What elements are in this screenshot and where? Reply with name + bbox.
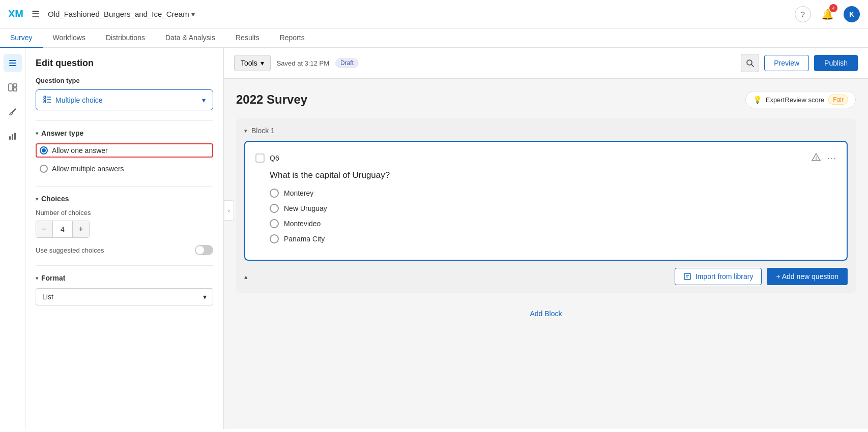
svg-rect-8 <box>14 133 16 140</box>
more-options-icon[interactable]: ··· <box>827 153 836 164</box>
answer-type-chevron: ▾ <box>36 131 38 136</box>
question-type-dropdown[interactable]: Multiple choice ▾ <box>36 89 213 110</box>
svg-point-18 <box>816 160 816 160</box>
tab-survey[interactable]: Survey <box>0 28 43 48</box>
svg-rect-2 <box>9 65 16 66</box>
expand-panel-button[interactable]: › <box>224 200 234 221</box>
format-section-header[interactable]: ▾ Format <box>36 274 213 282</box>
allow-one-radio <box>40 146 48 155</box>
choice-label-0: Monterey <box>284 189 313 197</box>
top-bar-right: ? 🔔 4 K <box>795 6 860 22</box>
format-label: Format <box>41 274 65 282</box>
notifications-button[interactable]: 🔔 4 <box>819 6 835 22</box>
tab-reports[interactable]: Reports <box>270 28 315 48</box>
expert-review-label: ExpertReview score <box>766 96 825 104</box>
tab-distributions[interactable]: Distributions <box>96 28 155 48</box>
question-checkbox[interactable] <box>255 153 265 163</box>
block-title: Block 1 <box>251 127 275 135</box>
choice-3: Panama City <box>270 234 836 243</box>
choice-radio-0[interactable] <box>270 189 279 198</box>
sidebar-icon-chart[interactable] <box>4 127 22 145</box>
choices-section: ▾ Choices Number of choices − 4 + Use su… <box>36 186 213 255</box>
top-bar: XM ☰ Old_Fashioned_Burgers_and_Ice_Cream… <box>0 0 868 28</box>
choice-label-2: Montevideo <box>284 220 321 228</box>
choices-section-header[interactable]: ▾ Choices <box>36 195 213 203</box>
sidebar-icon-layout[interactable] <box>4 78 22 97</box>
icon-sidebar <box>0 48 25 429</box>
num-choices-control: − 4 + <box>36 221 90 238</box>
panel-title: Edit question <box>36 58 213 69</box>
tools-chevron: ▾ <box>261 59 264 67</box>
preview-button[interactable]: Preview <box>764 55 809 71</box>
project-name: Old_Fashioned_Burgers_and_Ice_Cream <box>48 10 189 18</box>
svg-point-11 <box>44 99 46 101</box>
add-block-link[interactable]: Add Block <box>530 310 562 318</box>
sidebar-icon-list[interactable] <box>4 54 22 72</box>
suggested-choices-toggle[interactable] <box>195 245 213 255</box>
lightbulb-icon: 💡 <box>753 96 762 104</box>
num-choices-label: Number of choices <box>36 209 213 217</box>
hamburger-menu[interactable]: ☰ <box>32 9 40 20</box>
format-value: List <box>42 293 53 301</box>
choices-count: 4 <box>52 221 73 237</box>
choice-1: New Uruguay <box>270 204 836 213</box>
add-question-label: + Add new question <box>776 272 838 281</box>
tab-results[interactable]: Results <box>225 28 270 48</box>
allow-one-label: Allow one answer <box>52 146 108 155</box>
svg-rect-7 <box>12 134 13 140</box>
choice-radio-2[interactable] <box>270 219 279 228</box>
choice-radio-1[interactable] <box>270 204 279 213</box>
suggested-choices-label: Use suggested choices <box>36 246 104 254</box>
answer-type-section-header[interactable]: ▾ Answer type <box>36 129 213 137</box>
question-text: What is the capital of Uruguay? <box>270 170 836 180</box>
decrease-choices-button[interactable]: − <box>36 221 52 237</box>
saved-text: Saved at 3:12 PM <box>277 59 329 67</box>
draft-badge: Draft <box>335 58 359 68</box>
svg-rect-3 <box>9 84 12 91</box>
allow-multiple-answers-option[interactable]: Allow multiple answers <box>36 162 213 176</box>
question-card: Q6 ··· What is th <box>244 141 848 261</box>
import-library-label: Import from library <box>696 272 754 281</box>
expert-review[interactable]: 💡 ExpertReview score Fair <box>745 91 856 108</box>
block-chevron-icon[interactable]: ▾ <box>244 128 247 134</box>
search-button[interactable] <box>741 54 759 72</box>
publish-button[interactable]: Publish <box>814 55 858 71</box>
choice-label-1: New Uruguay <box>284 204 327 212</box>
main-layout: Edit question Question type Multiple cho… <box>0 48 868 429</box>
tools-button[interactable]: Tools ▾ <box>234 55 271 71</box>
left-panel: Edit question Question type Multiple cho… <box>25 48 224 429</box>
footer-left: ▴ <box>244 273 248 281</box>
format-dropdown[interactable]: List ▾ <box>36 288 213 305</box>
user-avatar[interactable]: K <box>844 6 860 22</box>
sidebar-icon-brush[interactable] <box>4 103 22 121</box>
block-footer: ▴ Import from library + Add ne <box>244 268 848 285</box>
choice-label-3: Panama City <box>284 235 325 243</box>
question-choices: Monterey New Uruguay Montevideo Pan <box>255 189 836 243</box>
import-library-button[interactable]: Import from library <box>675 268 762 285</box>
choices-label: Choices <box>41 195 69 203</box>
answer-type-label: Answer type <box>41 129 83 137</box>
collapse-block-icon[interactable]: ▴ <box>244 273 248 281</box>
add-question-button[interactable]: + Add new question <box>767 268 848 285</box>
tab-bar: Survey Workflows Distributions Data & An… <box>0 28 868 48</box>
project-name-chevron[interactable]: ▾ <box>191 10 195 18</box>
tab-data-analysis[interactable]: Data & Analysis <box>155 28 225 48</box>
increase-choices-button[interactable]: + <box>73 221 89 237</box>
xm-logo: XM <box>8 8 23 20</box>
survey-title-row: 2022 Survey 💡 ExpertReview score Fair <box>236 91 856 108</box>
survey-content: 2022 Survey 💡 ExpertReview score Fair ▾ … <box>224 79 868 429</box>
choice-radio-3[interactable] <box>270 234 279 243</box>
allow-multiple-radio <box>40 165 48 173</box>
svg-point-9 <box>44 96 46 98</box>
toolbar-right: Preview Publish <box>741 54 858 72</box>
help-button[interactable]: ? <box>795 6 811 22</box>
svg-rect-4 <box>13 84 17 87</box>
question-type-chevron: ▾ <box>202 96 206 104</box>
tab-workflows[interactable]: Workflows <box>43 28 96 48</box>
choices-chevron: ▾ <box>36 196 38 202</box>
question-card-header: Q6 ··· <box>255 152 836 164</box>
notification-badge: 4 <box>829 4 837 12</box>
allow-one-answer-option[interactable]: Allow one answer <box>36 143 213 158</box>
choice-0: Monterey <box>270 189 836 198</box>
svg-rect-0 <box>9 60 16 61</box>
